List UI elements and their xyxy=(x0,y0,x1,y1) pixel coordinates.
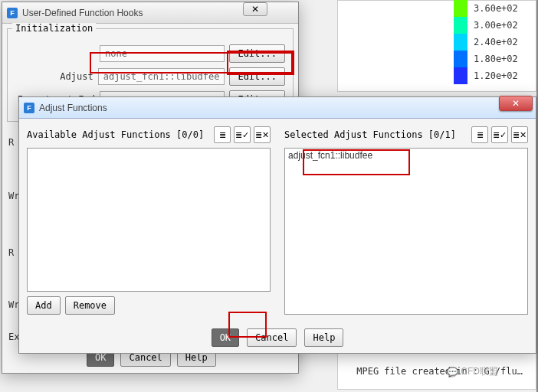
edit-adjust-button[interactable]: Edit... xyxy=(229,67,285,86)
close-icon: ✕ xyxy=(251,4,259,15)
select-all-icon[interactable]: ≣✓ xyxy=(234,126,251,143)
list-item[interactable]: adjust_fcn1::libudfee xyxy=(288,150,524,161)
available-listbox[interactable] xyxy=(27,148,271,292)
window-title: User-Defined Function Hooks xyxy=(22,8,143,18)
ok-button[interactable]: OK xyxy=(212,328,239,347)
watermark: 💬 CFD联盟 xyxy=(447,365,498,378)
app-icon xyxy=(24,103,34,113)
side-label-r2: R xyxy=(8,247,14,258)
adjust-functions-dialog: Adjust Functions ✕ Available Adjust Func… xyxy=(18,96,536,354)
cancel-button[interactable]: Cancel xyxy=(247,328,297,347)
list-icon[interactable]: ≣ xyxy=(214,126,231,143)
add-button[interactable]: Add xyxy=(27,296,61,315)
side-label-r1: R xyxy=(8,137,14,148)
remove-button[interactable]: Remove xyxy=(65,296,115,315)
init-value[interactable]: none xyxy=(100,45,225,62)
group-title: Initialization xyxy=(12,23,96,34)
available-title: Available Adjust Functions [0/0] xyxy=(27,129,211,140)
wechat-icon: 💬 xyxy=(447,367,458,377)
adjust-value[interactable]: adjust_fcn1::libudfee xyxy=(98,68,225,85)
deselect-all-icon[interactable]: ≣✕ xyxy=(254,126,271,143)
colorbar: 3.60e+02 3.00e+02 2.40e+02 1.80e+02 1.20… xyxy=(454,0,523,84)
edit-init-button[interactable]: Edit... xyxy=(229,44,285,63)
list-icon[interactable]: ≣ xyxy=(471,126,488,143)
row-label-adjust: Adjust xyxy=(15,71,93,82)
dialog-title: Adjust Functions xyxy=(39,103,107,113)
close-icon: ✕ xyxy=(512,98,520,109)
close-button[interactable]: ✕ xyxy=(499,96,533,111)
close-button[interactable]: ✕ xyxy=(243,2,267,16)
selected-listbox[interactable]: adjust_fcn1::libudfee xyxy=(284,148,528,315)
select-all-icon[interactable]: ≣✓ xyxy=(491,126,508,143)
deselect-all-icon[interactable]: ≣✕ xyxy=(511,126,528,143)
help-button[interactable]: Help xyxy=(304,328,343,347)
app-icon xyxy=(7,8,18,18)
selected-title: Selected Adjust Functions [0/1] xyxy=(284,129,468,140)
